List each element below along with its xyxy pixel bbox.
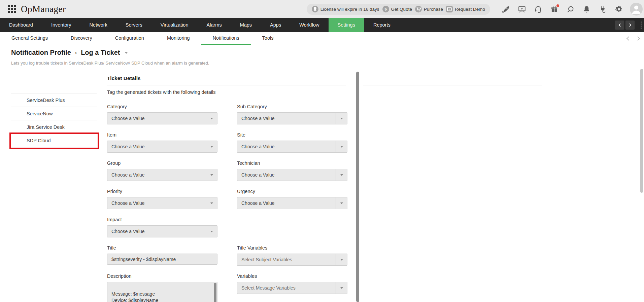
chevron-down-icon — [336, 141, 347, 152]
window-scrollbar-thumb[interactable] — [640, 69, 643, 193]
subnav-item-configuration[interactable]: Configuration — [104, 32, 156, 45]
cart-icon — [415, 6, 422, 12]
field-priority: Priority Choose a Value — [107, 189, 217, 209]
site-select[interactable]: Choose a Value — [237, 141, 347, 153]
rewards-gift-icon[interactable] — [550, 5, 558, 13]
field-label: Title Variables — [237, 245, 347, 251]
field-site: Site Choose a Value — [237, 132, 347, 153]
field-sub-category: Sub Category Choose a Value — [237, 104, 347, 124]
page-divider — [11, 68, 603, 68]
description-text: Message: $message Device: $displayName C… — [111, 291, 158, 302]
header-right: License will expire in 16 days $ Get Quo… — [307, 3, 644, 15]
nav-item-reports[interactable]: Reports — [364, 18, 400, 32]
breadcrumb-notification-profile[interactable]: Notification Profile — [11, 49, 71, 56]
chevron-down-icon — [206, 197, 217, 209]
breadcrumb: Notification Profile › Log a Ticket — [11, 49, 128, 56]
panel-scrollbar-thumb[interactable] — [356, 72, 359, 302]
group-select[interactable]: Choose a Value — [107, 169, 217, 181]
list-item-servicenow[interactable]: ServiceNow — [11, 107, 97, 120]
subnav-chevron-left-icon[interactable] — [626, 36, 631, 41]
variables-select[interactable]: Select Message Variables — [237, 282, 347, 294]
get-quote-label: Get Quote — [391, 7, 412, 12]
list-item-servicedesk-plus[interactable]: ServiceDesk Plus — [11, 93, 97, 107]
select-placeholder: Select Subject Variables — [237, 257, 336, 262]
field-technician: Technician Choose a Value — [237, 160, 347, 181]
subnav-item-tools[interactable]: Tools — [251, 32, 285, 45]
user-avatar[interactable] — [630, 3, 643, 15]
field-group: Group Choose a Value — [107, 160, 217, 181]
breadcrumb-dropdown-caret-icon[interactable] — [125, 52, 128, 54]
list-item-sdp-cloud[interactable]: SDP Cloud — [11, 134, 97, 147]
field-label: Urgency — [237, 189, 347, 194]
field-description: Description Message: $message Device: $d… — [107, 273, 217, 302]
priority-select[interactable]: Choose a Value — [107, 197, 217, 209]
subnav-item-monitoring[interactable]: Monitoring — [156, 32, 201, 45]
nav-overflow-dots-icon[interactable] — [638, 18, 644, 32]
get-quote-button[interactable]: $ Get Quote — [382, 6, 412, 12]
request-demo-button[interactable]: Request Demo — [446, 6, 485, 12]
subnav-item-general-settings[interactable]: General Settings — [0, 32, 59, 45]
integration-list: ServiceDesk Plus ServiceNow Jira Service… — [11, 93, 97, 147]
nav-item-servers[interactable]: Servers — [116, 18, 151, 32]
settings-sub-nav: General Settings Discovery Configuration… — [0, 32, 644, 45]
subnav-item-discovery[interactable]: Discovery — [59, 32, 104, 45]
nav-item-maps[interactable]: Maps — [231, 18, 261, 32]
description-textarea[interactable]: Message: $message Device: $displayName C… — [107, 282, 217, 302]
license-medal-icon — [312, 6, 318, 12]
select-value: Choose a Value — [237, 116, 336, 121]
section-divider-right — [363, 85, 542, 85]
select-value: Choose a Value — [107, 200, 206, 206]
item-select[interactable]: Choose a Value — [107, 141, 217, 153]
nav-item-virtualization[interactable]: Virtualization — [151, 18, 198, 32]
nav-item-workflow[interactable]: Workflow — [290, 18, 328, 32]
nav-item-apps[interactable]: Apps — [261, 18, 290, 32]
notifications-bell-icon[interactable] — [582, 5, 591, 13]
list-item-jira-service-desk[interactable]: Jira Service Desk — [11, 120, 97, 134]
nav-scroll-left-button[interactable] — [615, 21, 624, 30]
top-header: OpManager License will expire in 16 days… — [0, 0, 644, 18]
breadcrumb-log-a-ticket[interactable]: Log a Ticket — [81, 49, 120, 56]
nav-item-alarms[interactable]: Alarms — [198, 18, 231, 32]
sub-category-select[interactable]: Choose a Value — [237, 112, 347, 124]
nav-scroll-right-button[interactable] — [625, 21, 635, 30]
field-label: Priority — [107, 189, 217, 194]
chevron-down-icon — [336, 197, 347, 209]
search-icon[interactable] — [566, 5, 575, 13]
license-banner: License will expire in 16 days $ Get Quo… — [307, 4, 490, 15]
field-label: Item — [107, 132, 217, 138]
field-title: Title — [107, 245, 217, 265]
field-variables: Variables Select Message Variables — [237, 273, 347, 294]
nav-item-inventory[interactable]: Inventory — [42, 18, 80, 32]
subnav-item-notifications[interactable]: Notifications — [201, 32, 251, 45]
settings-gear-icon[interactable] — [615, 5, 623, 13]
technician-select[interactable]: Choose a Value — [237, 169, 347, 181]
description-scrollbar-thumb[interactable] — [214, 283, 216, 302]
chevron-down-icon — [336, 282, 347, 294]
urgency-select[interactable]: Choose a Value — [237, 197, 347, 209]
support-headset-icon[interactable] — [534, 5, 542, 13]
nav-item-settings[interactable]: Settings — [329, 18, 364, 32]
title-variables-select[interactable]: Select Subject Variables — [237, 254, 347, 266]
apps-grid-icon[interactable] — [8, 5, 16, 13]
select-value: Choose a Value — [107, 229, 206, 234]
category-select[interactable]: Choose a Value — [107, 112, 217, 124]
title-input[interactable] — [107, 254, 217, 265]
subnav-chevron-right-icon[interactable] — [636, 36, 640, 41]
chevron-down-icon — [206, 169, 217, 181]
field-label: Category — [107, 104, 217, 109]
request-demo-label: Request Demo — [455, 7, 485, 12]
app-window: OpManager License will expire in 16 days… — [0, 0, 644, 302]
nav-spacer — [400, 18, 614, 32]
nav-item-dashboard[interactable]: Dashboard — [0, 18, 42, 32]
demo-screen-icon[interactable] — [518, 5, 526, 13]
field-label: Variables — [237, 273, 347, 279]
addons-plug-icon[interactable] — [599, 5, 607, 13]
nav-item-network[interactable]: Network — [80, 18, 116, 32]
rocket-icon[interactable] — [502, 5, 510, 13]
purchase-button[interactable]: Purchase — [415, 6, 443, 12]
field-label: Group — [107, 160, 217, 166]
section-subtitle: Tag the generated tickets with the follo… — [107, 89, 215, 95]
field-title-variables: Title Variables Select Subject Variables — [237, 245, 347, 266]
impact-select[interactable]: Choose a Value — [107, 225, 217, 237]
select-value: Choose a Value — [107, 172, 206, 178]
